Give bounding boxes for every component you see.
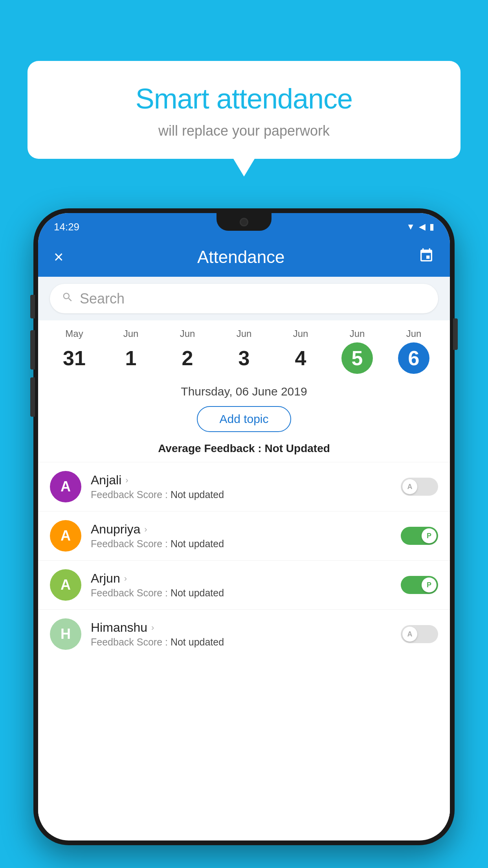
screen-content: 14:29 ▼ ◀ ▮ × Attendance xyxy=(38,213,450,816)
close-button[interactable]: × xyxy=(54,248,64,267)
cal-day-number[interactable]: 31 xyxy=(59,342,90,374)
speech-bubble: Smart attendance will replace your paper… xyxy=(28,61,460,159)
student-info: Anupriya ›Feedback Score : Not updated xyxy=(91,522,391,550)
student-item[interactable]: AAnjali ›Feedback Score : Not updatedA xyxy=(38,462,450,511)
signal-icon: ◀ xyxy=(419,222,426,232)
calendar-day[interactable]: Jun3 xyxy=(216,328,272,374)
selected-date-label: Thursday, 06 June 2019 xyxy=(38,378,450,402)
search-container: Search xyxy=(38,277,450,320)
cal-month-label: Jun xyxy=(237,328,252,339)
student-info: Himanshu ›Feedback Score : Not updated xyxy=(91,620,391,648)
cal-day-number[interactable]: 2 xyxy=(172,342,203,374)
student-item[interactable]: AArjun ›Feedback Score : Not updatedP xyxy=(38,560,450,609)
cal-month-label: Jun xyxy=(293,328,308,339)
cal-month-label: Jun xyxy=(350,328,365,339)
cal-month-label: Jun xyxy=(123,328,139,339)
cal-day-number[interactable]: 5 xyxy=(341,342,373,374)
avg-feedback-label: Average Feedback : xyxy=(158,442,262,454)
student-avatar: H xyxy=(50,618,81,650)
student-avatar: A xyxy=(50,471,81,502)
add-topic-button[interactable]: Add topic xyxy=(197,406,291,432)
add-topic-section: Add topic xyxy=(38,402,450,438)
calendar-day[interactable]: Jun2 xyxy=(159,328,216,374)
calendar-day[interactable]: Jun1 xyxy=(103,328,159,374)
calendar-day[interactable]: Jun4 xyxy=(272,328,329,374)
notch xyxy=(216,213,272,231)
student-item[interactable]: AAnupriya ›Feedback Score : Not updatedP xyxy=(38,511,450,560)
bubble-subtitle: will replace your paperwork xyxy=(51,123,437,139)
attendance-toggle[interactable]: P xyxy=(401,527,438,545)
cal-month-label: Jun xyxy=(180,328,195,339)
cal-month-label: May xyxy=(65,328,83,339)
student-avatar: A xyxy=(50,569,81,601)
toggle-knob: P xyxy=(422,528,437,543)
header-title: Attendance xyxy=(197,247,285,267)
phone-container: 14:29 ▼ ◀ ▮ × Attendance xyxy=(33,208,455,868)
battery-icon: ▮ xyxy=(429,222,434,232)
search-icon xyxy=(62,291,73,306)
chevron-right-icon: › xyxy=(144,524,147,535)
chevron-right-icon: › xyxy=(124,574,127,584)
student-name: Anjali › xyxy=(91,473,391,487)
student-item[interactable]: HHimanshu ›Feedback Score : Not updatedA xyxy=(38,609,450,658)
status-icons: ▼ ◀ ▮ xyxy=(406,222,434,232)
attendance-toggle[interactable]: P xyxy=(401,576,438,594)
cal-month-label: Jun xyxy=(406,328,422,339)
student-name: Anupriya › xyxy=(91,522,391,537)
calendar-day[interactable]: Jun5 xyxy=(329,328,385,374)
speech-bubble-container: Smart attendance will replace your paper… xyxy=(28,61,460,159)
avg-feedback-value: Not Updated xyxy=(264,442,330,454)
bubble-title: Smart attendance xyxy=(51,83,437,115)
attendance-toggle[interactable]: A xyxy=(401,478,438,496)
student-avatar: A xyxy=(50,520,81,552)
cal-day-number[interactable]: 1 xyxy=(115,342,147,374)
student-feedback-score: Feedback Score : Not updated xyxy=(91,489,391,500)
volume-down-button xyxy=(30,330,35,370)
student-info: Anjali ›Feedback Score : Not updated xyxy=(91,473,391,500)
student-list: AAnjali ›Feedback Score : Not updatedAAA… xyxy=(38,462,450,816)
chevron-right-icon: › xyxy=(151,623,154,633)
toggle-knob: A xyxy=(402,627,417,642)
wifi-icon: ▼ xyxy=(406,222,415,232)
status-time: 14:29 xyxy=(54,221,79,233)
calendar-strip: May31Jun1Jun2Jun3Jun4Jun5Jun6 xyxy=(38,320,450,378)
phone-frame: 14:29 ▼ ◀ ▮ × Attendance xyxy=(33,208,455,845)
cal-day-number[interactable]: 4 xyxy=(285,342,316,374)
attendance-toggle[interactable]: A xyxy=(401,625,438,643)
calendar-day[interactable]: May31 xyxy=(46,328,103,374)
silent-button xyxy=(30,377,35,417)
chevron-right-icon: › xyxy=(125,475,128,485)
volume-up-button xyxy=(30,295,35,318)
toggle-knob: A xyxy=(402,479,417,494)
student-info: Arjun ›Feedback Score : Not updated xyxy=(91,571,391,599)
cal-day-number[interactable]: 6 xyxy=(398,342,429,374)
avg-feedback: Average Feedback : Not Updated xyxy=(38,438,450,462)
calendar-day[interactable]: Jun6 xyxy=(385,328,442,374)
power-button xyxy=(453,318,458,350)
phone-screen: 14:29 ▼ ◀ ▮ × Attendance xyxy=(38,213,450,840)
student-feedback-score: Feedback Score : Not updated xyxy=(91,538,391,550)
student-feedback-score: Feedback Score : Not updated xyxy=(91,587,391,599)
toggle-knob: P xyxy=(422,577,437,592)
student-feedback-score: Feedback Score : Not updated xyxy=(91,636,391,648)
student-name: Himanshu › xyxy=(91,620,391,635)
cal-day-number[interactable]: 3 xyxy=(228,342,260,374)
search-input[interactable]: Search xyxy=(80,291,426,307)
search-bar[interactable]: Search xyxy=(50,284,438,313)
camera xyxy=(240,218,248,226)
calendar-icon[interactable] xyxy=(418,248,434,267)
student-name: Arjun › xyxy=(91,571,391,586)
app-header: × Attendance xyxy=(38,237,450,277)
